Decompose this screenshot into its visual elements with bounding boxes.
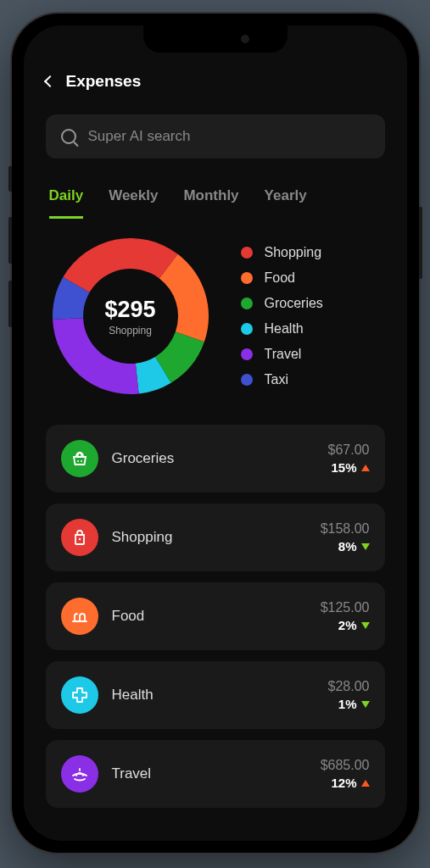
legend-item-groceries[interactable]: Groceries [241,296,323,311]
notch [143,25,288,53]
legend-item-health[interactable]: Health [241,321,323,337]
svg-point-0 [77,460,79,462]
category-change: 2% [321,618,370,632]
category-amount: $125.00 [321,600,370,615]
legend-label: Food [265,270,295,286]
phone-frame: Expenses Super AI search Daily Weekly Mo… [12,14,419,853]
category-change-pct: 1% [338,697,357,711]
category-change: 15% [328,460,370,475]
arrow-up-icon [361,780,370,787]
food-icon [61,598,98,635]
category-name: Health [112,687,315,704]
header: Expenses [46,72,385,91]
legend-item-taxi[interactable]: Taxi [241,372,323,387]
legend-item-food[interactable]: Food [241,270,323,286]
chart-center-amount: $295 [104,297,155,323]
category-change-pct: 15% [331,460,356,475]
arrow-down-icon [361,701,370,708]
category-change-pct: 2% [338,618,357,632]
category-values: $28.001% [328,679,370,711]
category-amount: $685.00 [321,758,370,773]
list-item-travel[interactable]: Travel$685.0012% [46,740,385,808]
tab-yearly[interactable]: Yearly [265,187,307,216]
legend-dot [241,272,253,284]
basket-icon [61,440,98,477]
legend-dot [241,247,253,259]
category-list: Groceries$67.0015%Shopping$158.008%Food$… [46,425,385,808]
legend-label: Travel [265,347,302,362]
svg-point-2 [78,538,80,540]
legend-dot [241,298,253,309]
legend-label: Taxi [265,372,288,387]
tab-monthly[interactable]: Monthly [183,187,238,216]
category-change: 12% [321,776,370,790]
category-amount: $67.00 [328,442,370,458]
legend-dot [241,323,253,335]
category-amount: $158.00 [321,521,370,537]
page-title: Expenses [66,72,142,91]
svg-point-1 [81,460,82,462]
search-icon [61,129,76,144]
category-change-pct: 12% [331,776,356,790]
arrow-up-icon [361,465,370,471]
list-item-health[interactable]: Health$28.001% [46,661,385,729]
category-change-pct: 8% [338,539,357,554]
chart-section: $295 Shopping ShoppingFoodGroceriesHealt… [46,231,385,401]
category-amount: $28.00 [328,679,370,694]
search-input[interactable]: Super AI search [46,114,385,159]
legend-item-shopping[interactable]: Shopping [241,245,323,260]
health-icon [61,676,98,714]
category-values: $67.0015% [328,442,370,475]
category-change: 1% [328,697,370,711]
bag-icon [61,519,98,556]
category-name: Travel [112,765,307,782]
category-values: $125.002% [321,600,370,632]
legend-item-travel[interactable]: Travel [241,347,323,362]
category-name: Food [112,608,307,625]
travel-icon [61,755,98,793]
category-values: $685.0012% [321,758,370,790]
tab-weekly[interactable]: Weekly [109,187,158,216]
category-change: 8% [321,539,370,554]
legend: ShoppingFoodGroceriesHealthTravelTaxi [241,245,323,387]
legend-label: Groceries [265,296,323,311]
category-values: $158.008% [321,521,370,554]
search-placeholder: Super AI search [88,128,191,145]
tabs: Daily Weekly Monthly Yearly [46,187,385,216]
tab-daily[interactable]: Daily [49,187,84,219]
arrow-down-icon [361,622,370,629]
arrow-down-icon [361,543,370,550]
list-item-shopping[interactable]: Shopping$158.008% [46,504,385,571]
back-button[interactable] [43,75,55,87]
donut-chart[interactable]: $295 Shopping [46,231,215,401]
legend-dot [241,374,253,386]
donut-segment-shopping[interactable] [63,238,177,292]
category-name: Groceries [112,450,315,467]
list-item-food[interactable]: Food$125.002% [46,582,385,650]
legend-label: Health [265,321,304,337]
legend-label: Shopping [265,245,322,260]
list-item-groceries[interactable]: Groceries$67.0015% [46,425,385,492]
legend-dot [241,348,253,360]
category-name: Shopping [112,529,307,546]
chart-center-label: Shopping [104,325,155,337]
